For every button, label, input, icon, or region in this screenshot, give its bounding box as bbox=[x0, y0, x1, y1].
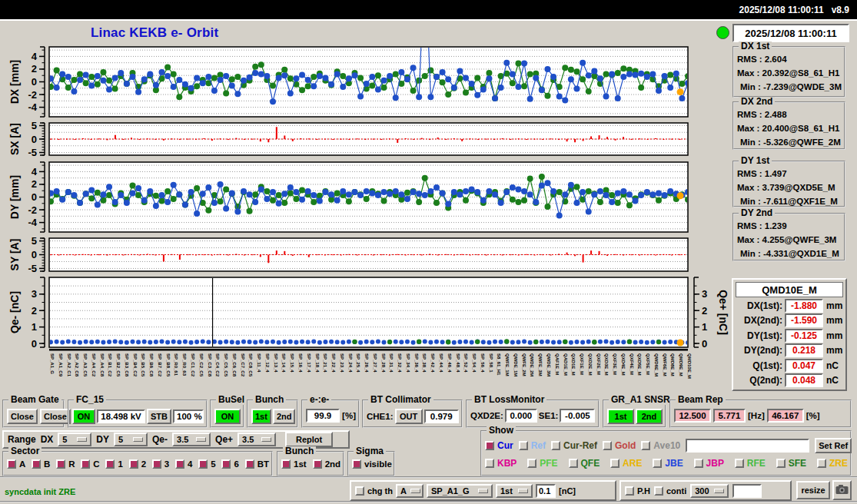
svg-text:2: 2 bbox=[32, 63, 37, 75]
checkbox-2[interactable]: 2 bbox=[129, 459, 146, 469]
checkbox-label: R bbox=[68, 459, 75, 469]
checkbox-icon bbox=[152, 459, 161, 469]
svg-text:0: 0 bbox=[32, 76, 37, 88]
checkbox-icon bbox=[641, 441, 650, 450]
checkbox-label: 1 bbox=[118, 459, 122, 469]
monitor-row: DY(1st):-0.125mm bbox=[735, 328, 844, 343]
checkbox-sfe[interactable]: SFE bbox=[776, 458, 806, 469]
checkbox-gold[interactable]: Gold bbox=[603, 440, 636, 451]
svg-text:SP_B1_C2: SP_B1_C2 bbox=[108, 353, 112, 377]
checkbox-jbp[interactable]: JBP bbox=[694, 458, 724, 469]
checkbox-label: QFE bbox=[581, 458, 600, 469]
checkbox-1st[interactable]: 1st bbox=[281, 459, 307, 469]
checkbox-kbp[interactable]: KBP bbox=[485, 458, 517, 469]
threshold-input[interactable] bbox=[536, 484, 556, 498]
svg-text:-5: -5 bbox=[28, 147, 37, 158]
bunch-dropdown[interactable]: 1st bbox=[496, 484, 533, 498]
conti-checkbox[interactable]: conti bbox=[654, 486, 686, 496]
svg-text:SP_B8_C5: SP_B8_C5 bbox=[166, 353, 171, 377]
checkbox-label: Cur-Ref bbox=[563, 440, 597, 451]
fc15-on-button[interactable]: ON bbox=[72, 409, 95, 424]
chg-th-checkbox[interactable]: chg th bbox=[355, 486, 393, 496]
dropdown-indicator-icon bbox=[196, 437, 206, 442]
checkbox-visible[interactable]: visible bbox=[352, 459, 392, 469]
beam-gate-close-button-2[interactable]: Close bbox=[40, 409, 71, 424]
bunch-2nd-button[interactable]: 2nd bbox=[273, 409, 296, 424]
svg-text:SP_C2_C5: SP_C2_C5 bbox=[199, 353, 204, 377]
range-qem-dropdown[interactable]: 3.5 bbox=[172, 433, 211, 446]
svg-text:QXF5E_M: QXF5E_M bbox=[646, 353, 650, 375]
monitor-row-value: -1.590 bbox=[785, 313, 823, 327]
checkbox-pfe[interactable]: PFE bbox=[527, 458, 557, 469]
svg-text:QXD2E_M: QXD2E_M bbox=[588, 353, 593, 376]
checkbox-cur-ref[interactable]: Cur-Ref bbox=[551, 440, 597, 451]
checkbox-ave10[interactable]: Ave10 bbox=[641, 440, 680, 451]
checkbox-1[interactable]: 1 bbox=[105, 459, 122, 469]
svg-text:-4: -4 bbox=[28, 101, 37, 113]
svg-text:2: 2 bbox=[32, 305, 37, 317]
checkbox-cur[interactable]: Cur bbox=[485, 440, 513, 451]
monitor-row-unit: mm bbox=[826, 345, 842, 356]
checkbox-zre[interactable]: ZRE bbox=[817, 458, 848, 469]
checkbox-label: 1st bbox=[294, 459, 307, 469]
replot-button[interactable]: Replot bbox=[285, 432, 333, 447]
beam-rep-hz-unit: [Hz] bbox=[748, 411, 765, 420]
checkbox-bt[interactable]: BT bbox=[245, 459, 269, 469]
range-qep-dropdown[interactable]: 3.5 bbox=[238, 433, 276, 446]
che1-value: 0.979 bbox=[424, 410, 459, 423]
monitor-row-value: 0.218 bbox=[785, 343, 823, 357]
gr-a1-2nd-button[interactable]: 2nd bbox=[636, 409, 663, 424]
checkbox-3[interactable]: 3 bbox=[152, 459, 169, 469]
checkbox-label: 5 bbox=[211, 459, 215, 469]
dropdown-indicator-icon bbox=[714, 489, 724, 493]
svg-text:-5: -5 bbox=[28, 263, 37, 274]
gr-a1-1st-button[interactable]: 1st bbox=[607, 409, 634, 424]
checkbox-ref[interactable]: Ref bbox=[519, 440, 546, 451]
qxd2e-value: 0.000 bbox=[505, 409, 537, 423]
svg-text:SP_44_4: SP_44_4 bbox=[439, 353, 443, 373]
range-dx-label: DX bbox=[41, 434, 54, 445]
beam-rep-value-3: 46.167 bbox=[767, 409, 804, 423]
checkbox-c[interactable]: C bbox=[81, 459, 99, 469]
che1-label: CHE1: bbox=[367, 412, 394, 421]
checkbox-a[interactable]: A bbox=[7, 459, 25, 469]
ref-name-input[interactable] bbox=[686, 439, 809, 453]
count-dropdown[interactable]: 300 bbox=[690, 484, 729, 498]
checkbox-6[interactable]: 6 bbox=[221, 459, 238, 469]
stat-row: Min : -4.331@QXD1E_M bbox=[734, 247, 844, 260]
screenshot-button[interactable] bbox=[832, 480, 852, 500]
set-ref-button[interactable]: Set Ref bbox=[815, 438, 852, 453]
checkbox-icon bbox=[625, 486, 634, 496]
bunch-1st-button[interactable]: 1st bbox=[251, 409, 271, 424]
dropdown-indicator-icon bbox=[133, 437, 143, 442]
checkbox-are[interactable]: ARE bbox=[610, 458, 642, 469]
range-dx-dropdown[interactable]: 5 bbox=[58, 433, 91, 446]
resize-button[interactable]: resize bbox=[796, 481, 830, 499]
svg-text:SP_C6_C8: SP_C6_C8 bbox=[232, 353, 237, 377]
checkbox-2nd[interactable]: 2nd bbox=[313, 459, 340, 469]
busel-on-button[interactable]: ON bbox=[214, 409, 241, 424]
svg-text:SP_C5_C5: SP_C5_C5 bbox=[224, 353, 228, 377]
checkbox-r[interactable]: R bbox=[56, 459, 75, 469]
checkbox-qfe[interactable]: QFE bbox=[569, 458, 600, 469]
checkbox-rfe[interactable]: RFE bbox=[735, 458, 766, 469]
che1-out-button[interactable]: OUT bbox=[395, 409, 423, 424]
monitor-row-label: DY(1st): bbox=[735, 330, 782, 341]
ph-checkbox[interactable]: P.H bbox=[625, 486, 650, 496]
beam-gate-close-button-1[interactable]: Close bbox=[7, 409, 38, 424]
fc15-stb-button[interactable]: STB bbox=[147, 409, 171, 424]
checkbox-icon bbox=[603, 441, 612, 450]
count-input[interactable] bbox=[732, 484, 762, 498]
checkbox-4[interactable]: 4 bbox=[175, 459, 192, 469]
checkbox-5[interactable]: 5 bbox=[198, 459, 215, 469]
checkbox-jbe[interactable]: JBE bbox=[653, 458, 683, 469]
sector-dropdown[interactable]: A bbox=[396, 484, 424, 498]
svg-text:QMD9E_M: QMD9E_M bbox=[679, 353, 683, 376]
svg-text:QWD6E_M: QWD6E_M bbox=[654, 353, 659, 376]
range-dy-dropdown[interactable]: 5 bbox=[114, 433, 148, 446]
monitor-row-unit: mm bbox=[826, 330, 842, 341]
qxd2e-label: QXD2E: bbox=[470, 411, 503, 420]
checkbox-b[interactable]: B bbox=[32, 459, 50, 469]
bpm-dropdown[interactable]: SP_A1_G bbox=[427, 484, 493, 498]
range-label: Range bbox=[8, 434, 36, 445]
